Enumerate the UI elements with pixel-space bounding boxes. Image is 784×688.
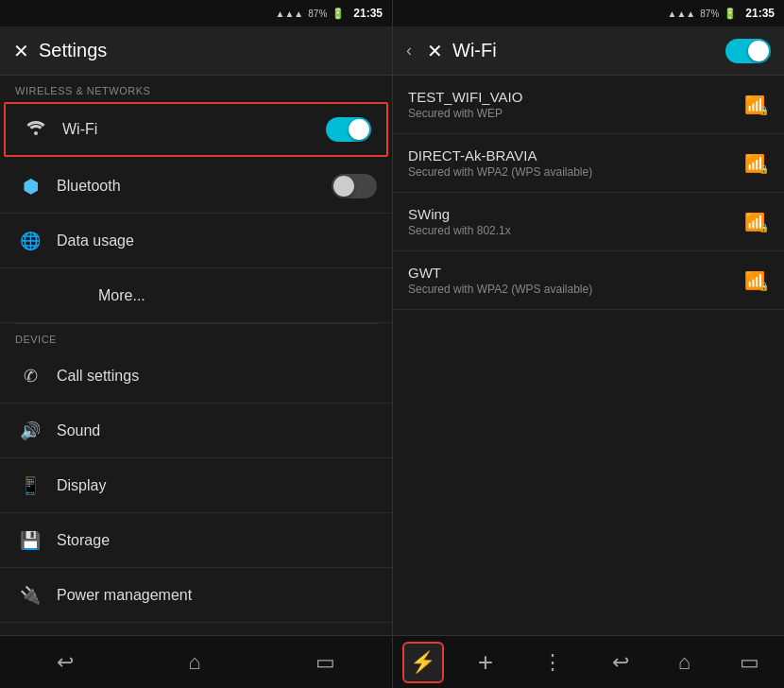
settings-title: Settings — [39, 40, 379, 61]
wifi-bravia-signal: 📶 🔒 — [741, 153, 769, 174]
home-button-right[interactable]: ⌂ — [663, 643, 706, 682]
wifi-vaio-text: TEST_WIFI_VAIO Secured with WEP — [408, 89, 741, 120]
wifi-swing-text: SWing Secured with 802.1x — [408, 206, 741, 237]
storage-label: Storage — [57, 532, 377, 549]
display-icon: 📱 — [15, 475, 45, 496]
wifi-bravia-desc: Secured with WPA2 (WPS available) — [408, 165, 741, 179]
storage-row[interactable]: 💾 Storage — [0, 513, 392, 568]
settings-panel: ▲▲▲ 87% 🔋 21:35 ✕ Settings WIRELESS & NE… — [0, 0, 392, 688]
section-device: DEVICE — [0, 324, 392, 349]
wifi-app-icon-button[interactable]: ⚡ — [402, 642, 444, 683]
power-icon: 🔌 — [15, 585, 45, 606]
wifi-gwt-name: GWT — [408, 265, 741, 281]
status-bar-left: ▲▲▲ 87% 🔋 21:35 — [0, 0, 392, 26]
signal-icon: ▲▲▲ — [276, 9, 304, 19]
signal-icon-right: ▲▲▲ — [668, 9, 696, 19]
wifi-network-bravia[interactable]: DIRECT-Ak-BRAVIA Secured with WPA2 (WPS … — [393, 134, 784, 193]
wifi-panel: ▲▲▲ 87% 🔋 21:35 ‹ ✕ Wi-Fi TEST_WIFI_VAIO… — [392, 0, 784, 688]
nav-bar-left: ↩ ⌂ ▭ — [0, 635, 392, 688]
wifi-add-network-button[interactable]: + — [463, 640, 508, 685]
settings-title-bar: ✕ Settings — [0, 26, 392, 76]
wifi-title: Wi-Fi — [452, 40, 716, 61]
battery-icon-right: 🔋 — [724, 8, 737, 20]
wifi-vaio-desc: Secured with WEP — [408, 107, 741, 120]
sound-label: Sound — [57, 422, 377, 439]
wifi-label: Wi-Fi — [62, 121, 326, 138]
settings-content: WIRELESS & NETWORKS Wi-Fi ⬢ Bluetooth — [0, 76, 392, 635]
bluetooth-label: Bluetooth — [57, 178, 332, 195]
wifi-network-vaio[interactable]: TEST_WIFI_VAIO Secured with WEP 📶 🔒 — [393, 76, 784, 134]
wifi-bravia-name: DIRECT-Ak-BRAVIA — [408, 147, 741, 163]
power-label: Power management — [57, 587, 377, 604]
sound-icon: 🔊 — [15, 421, 45, 441]
bluetooth-icon: ⬢ — [15, 175, 45, 198]
wifi-more-options-button[interactable]: ⋮ — [527, 643, 578, 682]
wifi-wrench-icon: ✕ — [427, 40, 443, 62]
wifi-swing-signal: 📶 🔒 — [741, 212, 769, 232]
recent-button-left[interactable]: ▭ — [297, 643, 354, 682]
time-display-left: 21:35 — [353, 7, 383, 20]
data-usage-row[interactable]: 🌐 Data usage — [0, 214, 392, 268]
back-button-right[interactable]: ↩ — [597, 643, 644, 682]
bluetooth-toggle[interactable] — [332, 174, 377, 198]
sound-row[interactable]: 🔊 Sound — [0, 404, 392, 458]
wifi-toggle[interactable] — [326, 117, 371, 142]
wifi-bottom-bar: ⚡ + ⋮ ↩ ⌂ ▭ — [393, 635, 784, 688]
wifi-vaio-signal: 📶 🔒 — [741, 95, 769, 115]
wifi-swing-name: SWing — [408, 206, 741, 222]
svg-point-0 — [34, 131, 38, 135]
storage-icon: 💾 — [15, 530, 45, 551]
display-label: Display — [57, 477, 377, 494]
wifi-title-bar: ‹ ✕ Wi-Fi — [393, 26, 784, 76]
battery-text-right: 87% — [700, 9, 719, 19]
wifi-back-icon[interactable]: ‹ — [406, 41, 412, 60]
wifi-bravia-text: DIRECT-Ak-BRAVIA Secured with WPA2 (WPS … — [408, 147, 741, 179]
back-button-left[interactable]: ↩ — [38, 643, 93, 682]
more-row[interactable]: More... — [0, 268, 392, 323]
wifi-gwt-text: GWT Secured with WPA2 (WPS available) — [408, 265, 741, 296]
wifi-row[interactable]: Wi-Fi — [4, 102, 388, 157]
wifi-network-list: TEST_WIFI_VAIO Secured with WEP 📶 🔒 DIRE… — [393, 76, 784, 635]
call-settings-row[interactable]: ✆ Call settings — [0, 349, 392, 404]
home-button-left[interactable]: ⌂ — [169, 643, 219, 682]
status-bar-right: ▲▲▲ 87% 🔋 21:35 — [393, 0, 784, 26]
data-usage-icon: 🌐 — [15, 231, 45, 251]
display-row[interactable]: 📱 Display — [0, 458, 392, 513]
wifi-gwt-desc: Secured with WPA2 (WPS available) — [408, 283, 741, 296]
battery-text: 87% — [308, 9, 327, 19]
section-wireless: WIRELESS & NETWORKS — [0, 76, 392, 100]
call-settings-label: Call settings — [57, 368, 377, 385]
time-display-right: 21:35 — [745, 7, 775, 20]
call-settings-icon: ✆ — [15, 366, 45, 387]
wifi-panel-toggle[interactable] — [725, 39, 771, 63]
settings-wrench-icon: ✕ — [13, 40, 29, 62]
wifi-network-gwt[interactable]: GWT Secured with WPA2 (WPS available) 📶 … — [393, 251, 784, 310]
more-label: More... — [57, 287, 377, 304]
wifi-swing-desc: Secured with 802.1x — [408, 224, 741, 237]
recent-button-right[interactable]: ▭ — [724, 643, 775, 682]
bluetooth-row[interactable]: ⬢ Bluetooth — [0, 159, 392, 214]
wifi-network-swing[interactable]: SWing Secured with 802.1x 📶 🔒 — [393, 193, 784, 251]
data-usage-label: Data usage — [57, 232, 377, 249]
wifi-gwt-signal: 📶 🔒 — [741, 270, 769, 291]
wifi-vaio-name: TEST_WIFI_VAIO — [408, 89, 741, 105]
power-row[interactable]: 🔌 Power management — [0, 568, 392, 623]
wifi-app-logo: ⚡ — [410, 650, 435, 675]
wifi-row-icon — [21, 120, 51, 140]
battery-icon: 🔋 — [332, 8, 345, 20]
